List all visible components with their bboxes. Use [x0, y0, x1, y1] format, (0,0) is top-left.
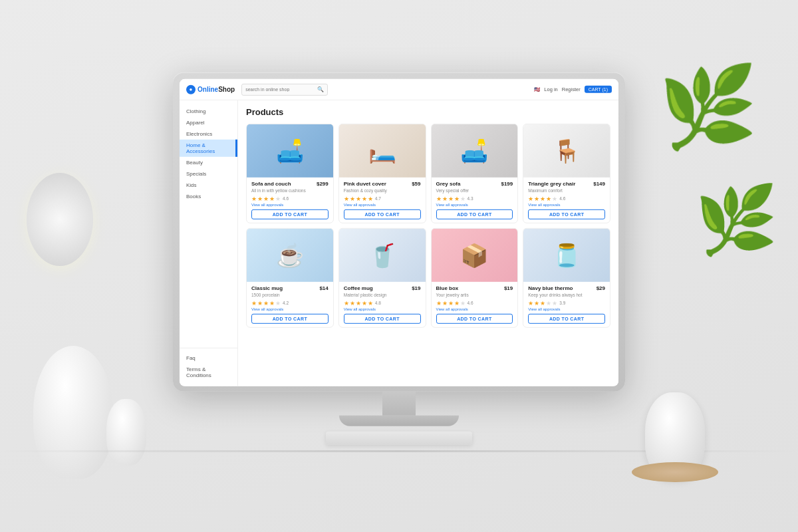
- monitor-stand-base: [339, 416, 459, 426]
- product-price-sofa-couch: $299: [317, 181, 329, 187]
- product-stars-coffee-mug: ★★★★★ 4.8: [344, 299, 421, 306]
- product-stars-grey-sofa: ★★★★★ 4.3: [436, 196, 513, 202]
- sidebar-item-beauty[interactable]: Beauty: [180, 157, 237, 168]
- product-image-classic-mug: ☕: [247, 229, 333, 282]
- product-grid: 🛋️ Sofa and couch $299 All in in with ye…: [246, 124, 610, 328]
- product-review-link-coffee-mug[interactable]: View all approvals: [344, 307, 421, 311]
- product-subtitle-pink-duvet: Fashion & cozy quality: [344, 188, 421, 194]
- product-subtitle-grey-sofa: Very special offer: [436, 188, 513, 194]
- top-nav: ● OnlineOnline ShopShop 🔍 🇺🇸 Log in Regi…: [180, 79, 618, 100]
- product-name-sofa-couch: Sofa and couch: [251, 181, 291, 188]
- sidebar-item-apparel[interactable]: Apparel: [180, 117, 237, 128]
- product-info-navy-thermo: Navy blue thermo $29 Keep your drinks al…: [523, 282, 610, 327]
- monitor-frame: ● OnlineOnline ShopShop 🔍 🇺🇸 Log in Regi…: [173, 72, 625, 392]
- product-price-navy-thermo: $29: [597, 285, 605, 291]
- sidebar-item-home[interactable]: Home & Accessories: [180, 140, 237, 157]
- product-image-navy-thermo: 🫙: [523, 229, 610, 282]
- sidebar-item-books[interactable]: Books: [180, 191, 237, 202]
- sidebar-footer: Faq Terms & Conditions: [180, 348, 237, 381]
- product-card-grey-sofa: 🛋️ Grey sofa $199 Very special offer ★★★…: [431, 124, 519, 223]
- product-review-link-classic-mug[interactable]: View all approvals: [251, 307, 329, 311]
- product-price-grey-sofa: $199: [501, 181, 513, 187]
- search-icon: 🔍: [317, 86, 324, 92]
- add-to-cart-button-classic-mug[interactable]: ADD TO CART: [251, 313, 329, 323]
- product-image-grey-sofa: 🛋️: [432, 124, 518, 178]
- product-name-coffee-mug: Coffee mug: [344, 285, 373, 292]
- product-name-pink-duvet: Pink duvet cover: [344, 181, 386, 188]
- product-price-coffee-mug: $19: [412, 285, 420, 291]
- sidebar-item-clothing[interactable]: Clothing: [180, 106, 237, 117]
- add-to-cart-button-grey-sofa[interactable]: ADD TO CART: [436, 209, 513, 219]
- search-input[interactable]: [245, 87, 317, 92]
- sidebar-item-faq[interactable]: Faq: [180, 352, 237, 364]
- product-card-blue-box: 📦 Blue box $19 Your jewelry artis ★★★★★ …: [431, 228, 519, 328]
- product-subtitle-navy-thermo: Keep your drinks always hot: [528, 293, 605, 298]
- product-stars-navy-thermo: ★★★★★ 3.9: [528, 299, 605, 306]
- product-card-classic-mug: ☕ Classic mug $14 1500 porcelain ★★★★★ 4…: [246, 228, 334, 328]
- product-review-link-pink-duvet[interactable]: View all approvals: [344, 203, 421, 207]
- product-stars-pink-duvet: ★★★★★ 4.7: [344, 196, 421, 202]
- product-stars-triangle-chair: ★★★★★ 4.6: [528, 196, 605, 202]
- add-to-cart-button-triangle-chair[interactable]: ADD TO CART: [528, 209, 605, 219]
- product-stars-classic-mug: ★★★★★ 4.2: [251, 299, 329, 306]
- product-name-classic-mug: Classic mug: [251, 285, 283, 292]
- logo-area[interactable]: ● OnlineOnline ShopShop: [186, 84, 235, 94]
- search-bar[interactable]: 🔍: [241, 83, 328, 95]
- product-name-triangle-chair: Triangle grey chair: [528, 181, 575, 188]
- logo-icon: ●: [186, 84, 196, 94]
- monitor-stand-neck: [382, 392, 416, 416]
- nav-right: 🇺🇸 Log in Register CART (1): [534, 86, 612, 93]
- product-stars-blue-box: ★★★★★ 4.6: [436, 299, 513, 306]
- product-review-link-navy-thermo[interactable]: View all approvals: [528, 307, 605, 311]
- add-to-cart-button-sofa-couch[interactable]: ADD TO CART: [251, 209, 329, 219]
- product-image-pink-duvet: 🛏️: [339, 124, 426, 178]
- page-title: Products: [246, 107, 610, 117]
- sidebar-item-terms[interactable]: Terms & Conditions: [180, 364, 237, 381]
- product-subtitle-sofa-couch: All in in with yellow cushions: [251, 188, 329, 194]
- add-to-cart-button-coffee-mug[interactable]: ADD TO CART: [344, 313, 421, 323]
- register-link[interactable]: Register: [562, 86, 581, 92]
- product-card-pink-duvet: 🛏️ Pink duvet cover $59 Fashion & cozy q…: [338, 124, 426, 223]
- product-image-sofa-couch: 🛋️: [247, 124, 333, 178]
- product-price-pink-duvet: $59: [412, 181, 420, 187]
- product-info-grey-sofa: Grey sofa $199 Very special offer ★★★★★ …: [432, 178, 518, 223]
- product-card-sofa-couch: 🛋️ Sofa and couch $299 All in in with ye…: [246, 124, 334, 223]
- product-info-coffee-mug: Coffee mug $19 Materia! plastic design ★…: [339, 282, 426, 327]
- product-image-triangle-chair: 🪑: [523, 124, 610, 178]
- product-review-link-sofa-couch[interactable]: View all approvals: [251, 203, 329, 207]
- add-to-cart-button-pink-duvet[interactable]: ADD TO CART: [344, 209, 421, 219]
- product-price-triangle-chair: $149: [593, 181, 605, 187]
- cart-button[interactable]: CART (1): [585, 86, 612, 93]
- product-subtitle-triangle-chair: Maximum comfort: [528, 188, 605, 194]
- sidebar-categories: Clothing Apparel Electronics Home & Acce…: [180, 106, 237, 202]
- sidebar-item-electronics[interactable]: Electronics: [180, 128, 237, 140]
- product-subtitle-blue-box: Your jewelry artis: [436, 293, 513, 298]
- product-price-blue-box: $19: [504, 285, 513, 291]
- product-card-triangle-chair: 🪑 Triangle grey chair $149 Maximum comfo…: [523, 124, 610, 223]
- product-price-classic-mug: $14: [319, 285, 328, 291]
- product-review-link-grey-sofa[interactable]: View all approvals: [436, 203, 513, 207]
- product-image-blue-box: 📦: [432, 229, 518, 282]
- product-review-link-triangle-chair[interactable]: View all approvals: [528, 203, 605, 207]
- add-to-cart-button-navy-thermo[interactable]: ADD TO CART: [528, 313, 605, 323]
- keyboard: [326, 432, 472, 445]
- main-layout: Clothing Apparel Electronics Home & Acce…: [180, 100, 618, 386]
- add-to-cart-button-blue-box[interactable]: ADD TO CART: [436, 313, 513, 323]
- flag-icon: 🇺🇸: [534, 86, 540, 92]
- product-info-blue-box: Blue box $19 Your jewelry artis ★★★★★ 4.…: [432, 282, 518, 327]
- sidebar-item-kids[interactable]: Kids: [180, 180, 237, 191]
- product-info-sofa-couch: Sofa and couch $299 All in in with yello…: [247, 178, 333, 223]
- product-card-navy-thermo: 🫙 Navy blue thermo $29 Keep your drinks …: [523, 228, 610, 328]
- logo-text: OnlineOnline ShopShop: [198, 86, 235, 93]
- login-link[interactable]: Log in: [544, 86, 557, 92]
- product-subtitle-coffee-mug: Materia! plastic design: [344, 293, 421, 298]
- product-name-blue-box: Blue box: [436, 285, 459, 292]
- product-image-coffee-mug: 🥤: [339, 229, 426, 282]
- monitor-screen: ● OnlineOnline ShopShop 🔍 🇺🇸 Log in Regi…: [180, 79, 618, 386]
- sidebar: Clothing Apparel Electronics Home & Acce…: [180, 100, 238, 386]
- monitor-wrapper: ● OnlineOnline ShopShop 🔍 🇺🇸 Log in Regi…: [173, 72, 625, 445]
- product-name-navy-thermo: Navy blue thermo: [528, 285, 573, 292]
- product-review-link-blue-box[interactable]: View all approvals: [436, 307, 513, 311]
- sidebar-item-specials[interactable]: Specials: [180, 168, 237, 180]
- product-subtitle-classic-mug: 1500 porcelain: [251, 293, 329, 298]
